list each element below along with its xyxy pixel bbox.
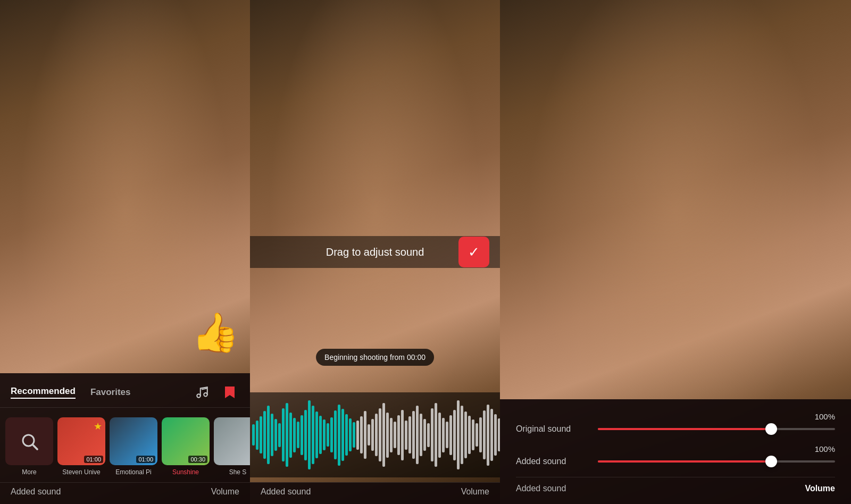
- wave-bar: [274, 419, 277, 451]
- emotional-badge: 01:00: [136, 456, 155, 463]
- wave-bar: [420, 414, 422, 456]
- steven-label: Steven Unive: [62, 468, 100, 476]
- svg-line-4: [33, 445, 37, 449]
- she-thumb: [214, 417, 250, 465]
- wave-bar: [308, 400, 311, 469]
- more-thumb: [5, 417, 53, 465]
- shooting-label: Beginning shooting from 00:00: [316, 349, 434, 366]
- wave-bar: [397, 415, 400, 455]
- wave-bar: [457, 400, 460, 469]
- wave-bar: [286, 403, 288, 467]
- svg-point-0: [197, 394, 201, 398]
- music-edit-icon[interactable]: [193, 383, 212, 402]
- bookmark-icon[interactable]: [220, 383, 239, 402]
- left-volume-label: Volume: [211, 487, 239, 497]
- sunshine-thumb: 00:30: [162, 417, 210, 465]
- music-item-emotional[interactable]: 01:00 Emotional Pi: [110, 417, 157, 476]
- wave-bar: [356, 421, 359, 450]
- wave-bar: [446, 422, 448, 448]
- wave-bar: [323, 419, 326, 450]
- wave-bar: [416, 406, 419, 464]
- right-volume-label: Volume: [805, 484, 835, 493]
- wave-bar: [289, 413, 292, 458]
- wave-bar: [423, 419, 426, 451]
- wave-bar: [483, 410, 486, 459]
- original-sound-row: Original sound: [516, 424, 835, 434]
- wave-bar: [260, 416, 262, 453]
- wave-bar: [341, 409, 344, 461]
- steven-thumb: ★ 01:00: [57, 417, 105, 465]
- wave-bar: [364, 411, 366, 459]
- wave-bar: [449, 415, 452, 455]
- wave-bar: [435, 403, 437, 467]
- tab-icons: [193, 383, 239, 402]
- wave-bar: [401, 410, 404, 460]
- wave-bar: [330, 417, 333, 452]
- right-panel: 100% Original sound 100% Added sound: [500, 0, 851, 504]
- wave-bar: [267, 406, 270, 464]
- wave-bar: [301, 415, 303, 455]
- mid-panel: Drag to adjust sound ✓ Beginning shootin…: [250, 0, 500, 504]
- left-added-sound-label: Added sound: [11, 487, 61, 497]
- original-sound-thumb[interactable]: [765, 423, 777, 435]
- svg-point-1: [204, 393, 207, 397]
- left-bottom-labels: Added sound Volume: [0, 482, 250, 504]
- mid-added-sound-label: Added sound: [261, 487, 311, 497]
- wave-bar: [453, 410, 456, 460]
- wave-bar: [282, 408, 285, 461]
- added-sound-track[interactable]: [598, 460, 835, 463]
- confirm-button[interactable]: ✓: [458, 237, 489, 267]
- wave-bar: [494, 414, 497, 456]
- music-item-sunshine[interactable]: 00:30 Sunshine: [162, 417, 210, 476]
- right-bottom-panel: 100% Original sound 100% Added sound: [500, 399, 851, 504]
- wave-bar: [319, 416, 322, 454]
- wave-bar: [431, 408, 433, 461]
- tab-recommended[interactable]: Recommended: [11, 386, 76, 399]
- tabs-row: Recommended Favorites: [0, 373, 250, 408]
- wave-bar: [390, 418, 393, 452]
- wave-bar: [271, 414, 273, 456]
- wave-bar: [405, 421, 407, 450]
- drag-area[interactable]: Drag to adjust sound ✓: [250, 236, 500, 268]
- wave-bar: [368, 424, 370, 446]
- added-sound-pct: 100%: [516, 444, 835, 453]
- waveform[interactable]: [250, 392, 500, 477]
- wave-bar: [371, 419, 374, 451]
- star-icon: ★: [94, 421, 102, 432]
- music-item-steven[interactable]: ★ 01:00 Steven Unive: [57, 417, 105, 476]
- emotional-label: Emotional Pi: [115, 468, 151, 476]
- wave-bar: [278, 423, 281, 447]
- wave-bar: [293, 418, 296, 452]
- wave-bar: [487, 405, 489, 466]
- wave-bar: [468, 416, 471, 454]
- music-item-she[interactable]: She S: [214, 417, 250, 476]
- wave-bar: [263, 411, 266, 459]
- original-sound-pct: 100%: [516, 412, 835, 421]
- music-item-more[interactable]: More: [5, 417, 53, 476]
- original-sound-track[interactable]: [598, 428, 835, 430]
- wave-bar: [304, 410, 307, 460]
- sunshine-label: Sunshine: [172, 468, 199, 476]
- added-sound-label: Added sound: [516, 457, 590, 466]
- wave-bar: [256, 421, 258, 450]
- wave-bar: [427, 423, 430, 447]
- original-sound-label: Original sound: [516, 424, 590, 434]
- added-sound-thumb[interactable]: [765, 456, 777, 467]
- more-label: More: [22, 468, 36, 476]
- wave-bar: [353, 422, 355, 448]
- original-sound-fill: [598, 428, 771, 430]
- drag-label: Drag to adjust sound: [326, 246, 424, 258]
- tab-favorites[interactable]: Favorites: [90, 387, 131, 398]
- added-sound-fill: [598, 460, 771, 463]
- wave-bar: [252, 424, 255, 446]
- wave-bar: [360, 416, 363, 453]
- wave-bar: [438, 413, 441, 458]
- wave-bar: [479, 417, 482, 452]
- thumbs-emoji: 👍: [191, 310, 239, 355]
- steven-badge: 01:00: [84, 456, 103, 463]
- mid-volume-label: Volume: [461, 487, 489, 497]
- left-panel: 👍 Recommended Favorites: [0, 0, 250, 504]
- sunshine-badge: 00:30: [188, 456, 207, 463]
- wave-bar: [334, 410, 337, 459]
- wave-bar: [345, 414, 348, 456]
